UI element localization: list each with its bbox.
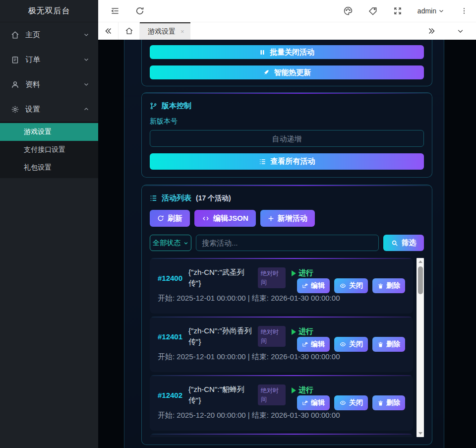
button-label: 批量关闭活动	[270, 48, 314, 57]
sidebar-item-settings[interactable]: 设置	[0, 97, 98, 122]
fullscreen-icon[interactable]	[393, 6, 403, 16]
rocket-icon	[263, 69, 270, 76]
search-activities-input[interactable]	[196, 235, 379, 251]
sidebar-item-profile[interactable]: 资料	[0, 72, 98, 97]
git-branch-icon	[150, 102, 157, 110]
button-label: 关闭	[349, 398, 363, 407]
sidebar-item-label: 订单	[25, 55, 83, 64]
sidebar-item-label: 设置	[25, 105, 83, 114]
main-content: 批量关闭活动 智能热更新 版本控制 新版本号 查看所有活动 活动列表 (1	[98, 40, 476, 448]
activity-name: {"zh-CN":"貂蝉列传"}	[188, 384, 252, 406]
edit-icon	[302, 341, 308, 348]
batch-close-activities-button[interactable]: 批量关闭活动	[150, 45, 424, 59]
delete-activity-button[interactable]: 删除	[372, 395, 405, 410]
edit-activity-button[interactable]: 编辑	[297, 278, 330, 293]
kebab-menu-icon[interactable]	[459, 6, 469, 16]
view-all-activities-button[interactable]: 查看所有活动	[150, 153, 424, 170]
profile-icon	[11, 80, 19, 89]
username: admin	[417, 7, 436, 15]
activity-name: {"zh-CN":"孙尚香列传"}	[188, 325, 252, 347]
button-label: 编辑	[311, 340, 325, 349]
version-control-panel: 版本控制 新版本号 查看所有活动	[141, 92, 432, 178]
edit-activity-button[interactable]: 编辑	[297, 395, 330, 410]
panel-title: 活动列表	[162, 193, 191, 203]
sidebar-item-orders[interactable]: 订单	[0, 47, 98, 72]
chevron-down-icon	[183, 241, 188, 246]
home-icon	[11, 31, 19, 39]
sidebar-item-payment-settings[interactable]: 支付接口设置	[0, 141, 98, 159]
button-label: 刷新	[168, 214, 182, 223]
gear-icon	[11, 105, 19, 114]
code-icon	[202, 215, 210, 222]
eye-icon	[339, 341, 347, 347]
filter-button[interactable]: 筛选	[383, 235, 424, 251]
button-label: 查看所有活动	[271, 157, 315, 166]
chevron-up-icon	[83, 106, 89, 112]
edit-activity-button[interactable]: 编辑	[297, 337, 330, 352]
activity-list-panel: 活动列表 (17 个活动) 刷新 编辑JSON 新增活动 全部	[141, 185, 432, 445]
time-type-badge: 绝对时间	[258, 326, 286, 347]
activity-row: #12400 {"zh-CN":"武圣列传"} 绝对时间 进行中 开始: 202…	[150, 258, 413, 314]
button-label: 智能热更新	[274, 68, 311, 77]
chevron-down-icon	[83, 57, 89, 63]
new-version-label: 新版本号	[150, 117, 424, 126]
sidebar: 极无双后台 主页 订单 资料 设置 游戏设置 支付接口设置 礼包设置	[0, 0, 98, 448]
tag-icon[interactable]	[368, 6, 378, 16]
button-label: 关闭	[349, 340, 363, 349]
sidebar-item-game-settings[interactable]: 游戏设置	[0, 123, 98, 141]
activity-count: (17 个活动)	[196, 194, 231, 203]
search-icon	[391, 240, 398, 247]
button-label: 删除	[386, 340, 400, 349]
activity-dates: 开始: 2025-12-01 00:00:00 | 结束: 2026-01-30…	[158, 352, 405, 362]
list-scrollbar[interactable]	[416, 258, 424, 437]
delete-activity-button[interactable]: 删除	[372, 278, 405, 293]
batch-actions-panel: 批量关闭活动 智能热更新	[141, 40, 432, 86]
play-icon	[292, 329, 296, 335]
chevron-down-icon	[83, 81, 89, 87]
theme-palette-icon[interactable]	[343, 6, 353, 16]
sidebar-item-home[interactable]: 主页	[0, 22, 98, 47]
tab-close-icon[interactable]: ×	[180, 28, 184, 35]
button-label: 编辑	[311, 281, 325, 290]
close-activity-button[interactable]: 关闭	[334, 337, 368, 352]
refresh-activities-button[interactable]: 刷新	[150, 210, 190, 227]
activity-row-partial	[150, 434, 413, 437]
activity-dates: 开始: 2025-12-01 00:00:00 | 结束: 2026-01-30…	[158, 293, 405, 303]
trash-icon	[377, 341, 384, 348]
refresh-icon[interactable]	[135, 6, 145, 16]
button-label: 删除	[386, 281, 400, 290]
smart-hot-update-button[interactable]: 智能热更新	[150, 65, 424, 79]
user-menu[interactable]: admin	[417, 7, 444, 15]
panel-title: 版本控制	[162, 101, 191, 111]
scroll-up-icon[interactable]	[416, 258, 424, 265]
activity-id: #12402	[158, 391, 182, 399]
activity-id: #12400	[158, 274, 182, 282]
delete-activity-button[interactable]: 删除	[372, 337, 405, 352]
scrollbar-thumb[interactable]	[418, 266, 423, 294]
scroll-down-icon[interactable]	[416, 430, 424, 437]
tab-label: 游戏设置	[148, 27, 176, 36]
close-activity-button[interactable]: 关闭	[334, 395, 368, 410]
edit-json-button[interactable]: 编辑JSON	[194, 210, 256, 227]
new-version-input[interactable]	[150, 130, 424, 147]
tabs-menu-chevron-icon[interactable]	[450, 27, 470, 35]
tabs-scroll-right-icon[interactable]	[421, 27, 441, 35]
button-label: 关闭	[349, 281, 363, 290]
pause-icon	[259, 49, 265, 56]
tab-home-icon[interactable]	[118, 22, 140, 40]
time-type-badge: 绝对时间	[258, 384, 286, 405]
order-icon	[11, 56, 19, 64]
close-activity-button[interactable]: 关闭	[334, 278, 368, 293]
activity-id: #12401	[158, 332, 182, 341]
sidebar-collapse-icon[interactable]	[110, 6, 120, 16]
sidebar-item-gift-settings[interactable]: 礼包设置	[0, 159, 98, 177]
list-icon	[259, 158, 266, 165]
activity-row: #12402 {"zh-CN":"貂蝉列传"} 绝对时间 进行中 开始: 202…	[150, 375, 413, 431]
play-icon	[292, 387, 296, 393]
tab-game-settings[interactable]: 游戏设置 ×	[140, 22, 190, 40]
sidebar-item-label: 资料	[25, 80, 83, 89]
activity-list: #12400 {"zh-CN":"武圣列传"} 绝对时间 进行中 开始: 202…	[150, 258, 424, 437]
add-activity-button[interactable]: 新增活动	[260, 210, 315, 227]
tabs-scroll-left-icon[interactable]	[98, 22, 118, 40]
status-filter-select[interactable]: 全部状态	[150, 235, 191, 251]
